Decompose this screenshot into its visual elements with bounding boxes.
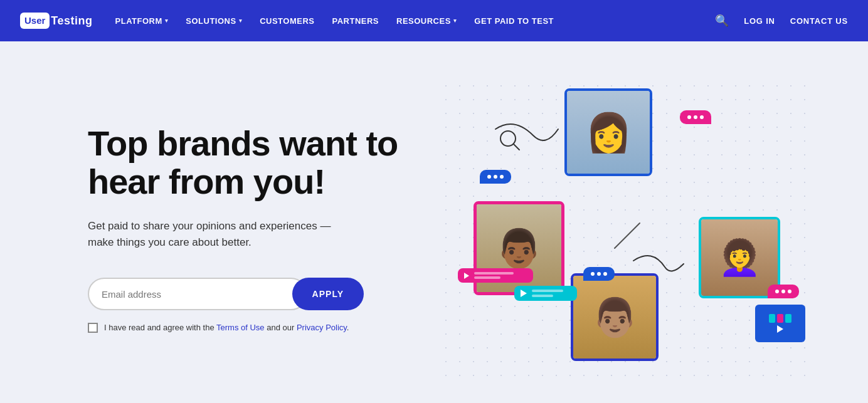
email-input[interactable]: [102, 289, 294, 300]
video-play-bar-2: [458, 268, 533, 283]
nav-get-paid[interactable]: GET PAID TO TEST: [474, 16, 554, 26]
hero-section: Top brands want to hear from you! Get pa…: [0, 41, 868, 403]
bubble-dot: [487, 175, 491, 179]
chevron-down-icon: ▾: [165, 18, 169, 24]
bubble-dot: [603, 272, 607, 276]
bubble-dot: [781, 290, 785, 293]
apply-button[interactable]: APPLY: [292, 278, 364, 310]
bubble-dot: [591, 272, 595, 276]
hero-title: Top brands want to hear from you!: [88, 125, 414, 201]
nav-links: PLATFORM ▾ SOLUTIONS ▾ CUSTOMERS PARTNER…: [115, 16, 716, 26]
bubble-dot: [687, 115, 691, 119]
bubble-dot: [700, 115, 704, 119]
bubble-dot: [788, 290, 791, 293]
terms-text: I have read and agree with the Terms of …: [104, 322, 349, 334]
chevron-down-icon: ▾: [453, 18, 457, 24]
play-icon: [464, 273, 469, 279]
bubble-dot: [500, 175, 504, 179]
hero-subtitle: Get paid to share your opinions and expe…: [88, 218, 351, 250]
chat-bubble-2: [680, 110, 711, 124]
person-card-1: 👩: [564, 88, 652, 176]
nav-platform[interactable]: PLATFORM ▾: [115, 16, 169, 26]
logo-testing-text: Testing: [51, 14, 92, 28]
chat-bubble-3: [583, 267, 615, 281]
film-strip: [755, 305, 805, 342]
email-form: APPLY: [88, 278, 364, 310]
email-input-wrap: [88, 278, 307, 310]
navbar: User Testing PLATFORM ▾ SOLUTIONS ▾ CUST…: [0, 0, 868, 41]
hero-left: Top brands want to hear from you! Get pa…: [88, 125, 414, 333]
logo[interactable]: User Testing: [20, 13, 93, 29]
bubble-dot: [775, 290, 779, 293]
play-icon: [521, 290, 527, 297]
chat-bubble-1: [480, 170, 511, 184]
video-play-bar-1: [514, 286, 577, 301]
chat-bubble-4: [768, 285, 799, 298]
chevron-down-icon: ▾: [239, 18, 243, 24]
nav-customers[interactable]: CUSTOMERS: [260, 16, 314, 26]
bubble-dot: [694, 115, 697, 119]
login-link[interactable]: LOG IN: [744, 16, 775, 26]
person-card-4: 👨🏽: [571, 273, 659, 361]
nav-resources[interactable]: RESOURCES ▾: [396, 16, 457, 26]
nav-solutions[interactable]: SOLUTIONS ▾: [186, 16, 242, 26]
logo-user-box: User: [20, 13, 50, 29]
terms-checkbox[interactable]: [88, 323, 98, 333]
privacy-policy-link[interactable]: Privacy Policy: [297, 323, 347, 332]
hero-illustration: 👩 👨🏾 👩‍🦱 👨🏽: [439, 79, 818, 380]
bubble-dot: [597, 272, 601, 276]
nav-partners[interactable]: PARTNERS: [332, 16, 379, 26]
contact-link[interactable]: CONTACT US: [790, 16, 848, 26]
play-icon: [777, 325, 783, 333]
bubble-dot: [494, 175, 497, 179]
person-card-3: 👩‍🦱: [699, 217, 780, 298]
terms-of-use-link[interactable]: Terms of Use: [216, 323, 265, 332]
search-icon[interactable]: 🔍: [715, 14, 729, 28]
nav-right: 🔍 LOG IN CONTACT US: [715, 14, 848, 28]
terms-row: I have read and agree with the Terms of …: [88, 322, 351, 334]
